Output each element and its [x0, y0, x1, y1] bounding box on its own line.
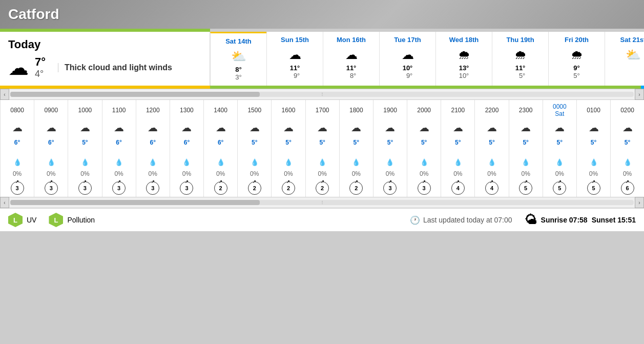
forecast-day-sat14[interactable]: Sat 14th ⛅ 8° 3°	[210, 32, 266, 86]
hourly-icon-10: ☁	[339, 118, 373, 137]
today-temps: 7° 4°	[35, 55, 46, 79]
wind-circle-10: ↗2	[349, 181, 363, 195]
hourly-temp-11: 5°	[373, 137, 407, 148]
precip-icon-3: 💧	[102, 156, 136, 168]
precip-icon-0: 💧	[1, 156, 34, 168]
hour-header-15: 2300	[509, 100, 543, 118]
wind-circle-12: ↗3	[418, 181, 431, 195]
precip-pct-16: 0%	[543, 168, 576, 179]
forecast-day-fri20[interactable]: Fri 20th 🌧 9° 5°	[548, 32, 605, 86]
day-name-mon16: Mon 16th	[337, 36, 366, 44]
spacer-16	[543, 148, 576, 156]
wind-cell-7: ↗2	[238, 179, 272, 197]
hourly-temp-7: 5°	[238, 137, 272, 148]
day-icon-thu19: 🌧	[514, 48, 527, 62]
wind-cell-12: ↗3	[407, 179, 441, 197]
spacer-17	[576, 148, 610, 156]
forecast-days: Sat 14th ⛅ 8° 3° Sun 15th ☁ 11° 9° Mon 1…	[210, 32, 644, 86]
precip-icon-7: 💧	[238, 156, 272, 168]
hourly-section: 0800090010001100120013001400150016001700…	[0, 100, 644, 197]
wind-cell-17: ↗5	[576, 179, 610, 197]
precip-pct-5: 0%	[170, 168, 203, 179]
day-name-tue17: Tue 17th	[394, 36, 421, 44]
header: Catford	[0, 0, 644, 29]
precip-pct-6: 0%	[204, 168, 238, 179]
precip-icon-9: 💧	[305, 156, 339, 168]
scroll-right-btn[interactable]: ›	[635, 89, 644, 100]
bottom-left: L UV L Pollution	[8, 213, 95, 227]
spacer-12	[407, 148, 441, 156]
wind-circle-7: ↗2	[248, 181, 261, 195]
hourly-icon-15: ☁	[509, 118, 543, 137]
precip-pct-13: 0%	[441, 168, 475, 179]
hourly-temp-12: 5°	[407, 137, 441, 148]
day-icon-tue17: ☁	[402, 48, 414, 62]
wind-cell-6: ↗2	[204, 179, 238, 197]
wind-circle-18: ↗6	[621, 181, 634, 195]
precip-icon-5: 💧	[170, 156, 203, 168]
wind-circle-2: ↗3	[78, 181, 92, 195]
forecast-day-sun15[interactable]: Sun 15th ☁ 11° 9°	[266, 32, 323, 86]
precip-pct-3: 0%	[102, 168, 136, 179]
wind-circle-3: ↗3	[112, 181, 126, 195]
wind-cell-9: ↗2	[305, 179, 339, 197]
forecast-day-wed18[interactable]: Wed 18th 🌧 13° 10°	[435, 32, 492, 86]
hour-header-11: 1900	[373, 100, 407, 118]
wind-cell-10: ↗2	[339, 179, 373, 197]
wind-cell-1: ↗3	[34, 179, 68, 197]
precip-icon-6: 💧	[204, 156, 238, 168]
scroll-center-icon-bottom: ⋮	[320, 200, 324, 205]
spacer-6	[204, 148, 238, 156]
hour-header-10: 1800	[339, 100, 373, 118]
precip-pct-10: 0%	[339, 168, 373, 179]
hourly-temp-6: 6°	[204, 137, 238, 148]
uv-label: UV	[27, 216, 36, 224]
scroll-nav-bottom: ‹ ⋮ ›	[0, 197, 644, 208]
precip-pct-1: 0%	[34, 168, 68, 179]
forecast-day-mon16[interactable]: Mon 16th ☁ 11° 8°	[323, 32, 379, 86]
forecast-day-sat21[interactable]: Sat 21st ⛅	[605, 32, 644, 86]
spacer-11	[373, 148, 407, 156]
hour-header-8: 1600	[272, 100, 305, 118]
hourly-icon-1: ☁	[34, 118, 68, 137]
hourly-icon-7: ☁	[238, 118, 272, 137]
spacer-4	[136, 148, 170, 156]
hourly-temp-2: 5°	[68, 137, 102, 148]
wind-cell-16: ↗5	[543, 179, 576, 197]
pollution-badge: L	[49, 213, 63, 227]
hourly-icon-9: ☁	[305, 118, 339, 137]
hourly-icon-6: ☁	[204, 118, 238, 137]
day-name-thu19: Thu 19th	[506, 36, 534, 44]
forecast-day-tue17[interactable]: Tue 17th ☁ 10° 9°	[379, 32, 435, 86]
scroll-right-btn-bottom[interactable]: ›	[635, 197, 644, 208]
precip-pct-18: 0%	[611, 168, 644, 179]
wind-circle-6: ↗2	[214, 181, 227, 195]
hourly-temp-0: 6°	[1, 137, 34, 148]
precip-icon-17: 💧	[576, 156, 610, 168]
spacer-18	[611, 148, 644, 156]
spacer-1	[34, 148, 68, 156]
precip-icon-8: 💧	[272, 156, 305, 168]
wind-cell-2: ↗3	[68, 179, 102, 197]
forecast-day-thu19[interactable]: Thu 19th 🌧 11° 5°	[492, 32, 548, 86]
hourly-temp-3: 6°	[102, 137, 136, 148]
color-bars	[0, 86, 644, 89]
day-temps-thu19: 11° 5°	[515, 64, 526, 79]
wind-circle-15: ↗5	[519, 181, 532, 195]
hour-header-2: 1000	[68, 100, 102, 118]
day-icon-sun15: ☁	[289, 48, 301, 62]
scroll-thumb-bottom	[10, 200, 260, 205]
hourly-icon-8: ☁	[272, 118, 305, 137]
day-name-sat14: Sat 14th	[225, 37, 252, 45]
scroll-left-btn[interactable]: ‹	[0, 89, 9, 100]
day-temps-sun15: 11° 9°	[290, 64, 300, 79]
hourly-icon-13: ☁	[441, 118, 475, 137]
pollution-label: Pollution	[67, 216, 95, 224]
scroll-track-top: ⋮	[10, 92, 634, 97]
hour-header-9: 1700	[305, 100, 339, 118]
scroll-left-btn-bottom[interactable]: ‹	[0, 197, 9, 208]
sunrise-text: Sunrise 07:58	[541, 216, 588, 224]
today-temp-high: 7°	[35, 55, 46, 69]
wind-cell-8: ↗2	[272, 179, 305, 197]
last-updated-text: Last updated today at 07:00	[423, 216, 512, 224]
